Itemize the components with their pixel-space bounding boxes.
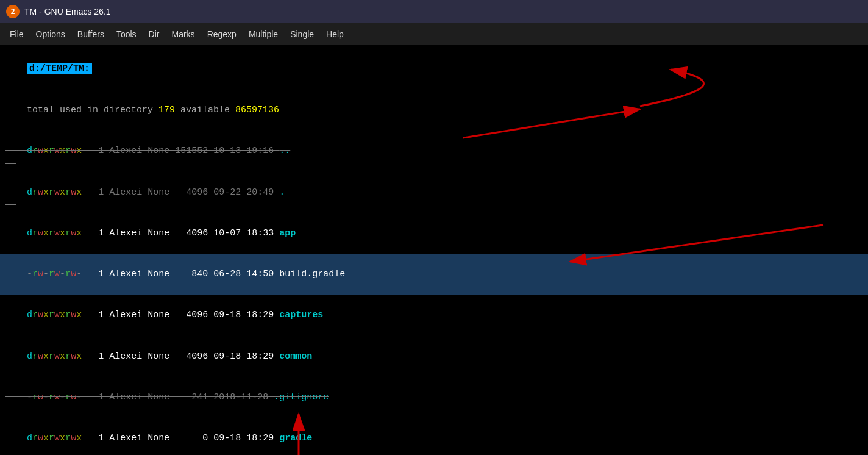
current-path: d:/TEMP/TM:: [27, 63, 92, 74]
file-row-app[interactable]: drwxrwxrwx 1 Alexei None 4096 10-07 18:3…: [0, 213, 868, 254]
window-title: TM - GNU Emacs 26.1: [24, 7, 111, 16]
menubar: File Options Buffers Tools Dir Marks Reg…: [0, 23, 868, 45]
menu-buffers[interactable]: Buffers: [71, 27, 110, 41]
file-row-dot[interactable]: drwxrwxrwx 1 Alexei None 4096 09-22 20:4…: [0, 172, 868, 213]
file-row-gitignore[interactable]: -rw-rw-rw- 1 Alexei None 241 2018-11-28 …: [0, 377, 868, 418]
file-row-build-gradle[interactable]: -rw-rw-rw- 1 Alexei None 840 06-28 14:50…: [0, 254, 868, 295]
menu-help[interactable]: Help: [320, 27, 350, 41]
summary-line: total used in directory 179 available 86…: [0, 90, 868, 131]
app-icon: 2: [6, 5, 20, 18]
menu-multiple[interactable]: Multiple: [243, 27, 284, 41]
total-count: 179: [158, 105, 175, 115]
summary-text: total used in directory: [27, 105, 158, 115]
main-content: d:/TEMP/TM: total used in directory 179 …: [0, 45, 868, 455]
menu-regexp[interactable]: Regexp: [201, 27, 243, 41]
menu-dir[interactable]: Dir: [143, 27, 166, 41]
menu-options[interactable]: Options: [30, 27, 71, 41]
path-line[interactable]: d:/TEMP/TM:: [0, 48, 868, 90]
menu-file[interactable]: File: [4, 27, 30, 41]
file-row-dotdot[interactable]: drwxrwxrwx 1 Alexei None 151552 10-13 19…: [0, 131, 868, 172]
menu-marks[interactable]: Marks: [166, 27, 201, 41]
titlebar: 2 TM - GNU Emacs 26.1: [0, 0, 868, 23]
file-row-common[interactable]: drwxrwxrwx 1 Alexei None 4096 09-18 18:2…: [0, 336, 868, 377]
menu-single[interactable]: Single: [284, 27, 320, 41]
file-row-captures[interactable]: drwxrwxrwx 1 Alexei None 4096 09-18 18:2…: [0, 295, 868, 336]
menu-tools[interactable]: Tools: [110, 27, 143, 41]
file-row-gradle[interactable]: drwxrwxrwx 1 Alexei None 0 09-18 18:29 g…: [0, 418, 868, 455]
